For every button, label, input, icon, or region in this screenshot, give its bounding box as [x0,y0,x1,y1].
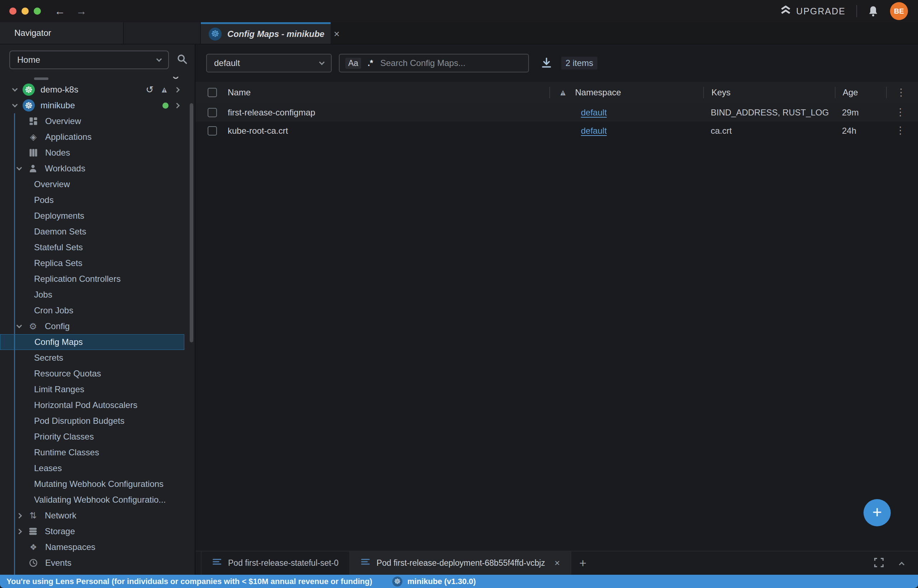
row-checkbox[interactable] [208,126,217,136]
dock-tab-close-icon[interactable]: × [554,557,560,569]
namespace-link[interactable]: default [581,126,607,136]
row-menu-icon[interactable]: ⋮ [895,107,905,118]
table-row-kube-root-ca-crt[interactable]: kube-root-ca.crtdefaultca.crt24h⋮ [196,121,918,140]
minimize-window-button[interactable] [21,8,29,15]
row-checkbox[interactable] [208,108,217,117]
sidebar-item-pod-disruption-budgets[interactable]: Pod Disruption Budgets [0,413,195,429]
sidebar-item-nodes[interactable]: Nodes [0,145,195,161]
sidebar-item-mutating-webhook-configurations[interactable]: Mutating Webhook Configurations [0,476,195,492]
sidebar-item-minikube[interactable]: ☸minikube [0,97,195,113]
chevron-down-icon[interactable] [12,86,18,91]
sidebar-item-label: Limit Ranges [34,384,84,394]
download-icon[interactable] [541,57,552,69]
kubernetes-icon: ☸ [23,84,35,96]
config-icon: ⚙ [27,321,39,332]
sidebar-item-limit-ranges[interactable]: Limit Ranges [0,381,195,397]
sidebar-item-deployments[interactable]: Deployments [0,208,195,224]
search-icon[interactable] [177,54,187,66]
dock-tab-label: Pod first-release-stateful-set-0 [228,558,338,568]
forward-arrow-icon[interactable]: → [76,6,87,16]
chevron-right-icon[interactable] [16,528,22,534]
close-window-button[interactable] [9,8,16,15]
clipped-tree-row [0,75,195,82]
regex-toggle[interactable]: .* [368,58,373,68]
sidebar-item-helm[interactable]: Helm [0,571,195,575]
sidebar-item-storage[interactable]: Storage [0,523,195,539]
sidebar-item-label: Resource Quotas [34,368,101,379]
namespace-select-value: default [214,58,240,68]
upgrade-button[interactable]: UPGRADE [780,5,845,17]
dock-add-tab-button[interactable]: + [571,551,594,575]
row-menu-icon[interactable]: ⋮ [895,125,905,136]
sidebar-item-resource-quotas[interactable]: Resource Quotas [0,366,195,381]
sidebar-item-workloads[interactable]: Workloads [0,161,195,176]
refresh-icon[interactable]: ↺ [145,85,154,94]
zoom-window-button[interactable] [34,8,41,15]
column-header-name[interactable]: Name [228,87,550,98]
sidebar-item-jobs[interactable]: Jobs [0,287,195,303]
sidebar-item-label: Validating Webhook Configuratio... [34,495,166,505]
chevron-right-icon[interactable] [16,513,22,519]
fullscreen-icon[interactable] [874,557,884,569]
sidebar-item-stateful-sets[interactable]: Stateful Sets [0,239,195,255]
warning-icon: ▲! [160,85,168,94]
match-case-toggle[interactable]: Aa [345,58,361,69]
sidebar-item-network[interactable]: ⇅Network [0,508,195,523]
sidebar-item-overview[interactable]: Overview [0,176,195,192]
status-cluster[interactable]: ☸ minikube (v1.30.0) [392,577,476,586]
titlebar: ← → UPGRADE BE [0,0,918,22]
dock-tab-pod-deployment[interactable]: Pod first-release-deployment-68b55f4ffd-… [350,551,571,575]
sidebar-item-validating-webhook-configuratio[interactable]: Validating Webhook Configuratio... [0,492,195,508]
table-body: first-release-configmapdefaultBIND_ADDRE… [196,103,918,140]
column-header-age[interactable]: Age [835,87,886,98]
sidebar-item-config[interactable]: ⚙Config [0,318,195,334]
chevron-down-icon[interactable] [16,165,22,170]
sidebar-item-label: Replica Sets [34,258,82,268]
license-notice: You're using Lens Personal (for individu… [6,577,372,586]
sidebar-item-horizontal-pod-autoscalers[interactable]: Horizontal Pod Autoscalers [0,397,195,413]
sidebar-item-demo-k8s[interactable]: ☸demo-k8s↺▲! [0,82,195,97]
chevron-right-icon[interactable] [174,87,180,92]
add-resource-fab[interactable]: + [863,499,891,526]
sidebar-item-secrets[interactable]: Secrets [0,350,195,366]
sidebar-item-config-maps[interactable]: Config Maps [0,334,184,350]
sidebar-item-label: Pod Disruption Budgets [34,416,124,426]
sidebar-item-cron-jobs[interactable]: Cron Jobs [0,303,195,318]
chevron-right-icon[interactable] [174,103,180,108]
tab-close-icon[interactable]: × [334,29,339,39]
logs-icon [361,558,370,569]
catalog-context-select[interactable]: Home [9,50,169,69]
back-arrow-icon[interactable]: ← [55,6,65,16]
dock-collapse-chevron-icon[interactable] [899,562,905,567]
dock-tab-pod-stateful-set[interactable]: Pod first-release-stateful-set-0 [201,551,350,575]
column-settings-menu[interactable]: ⋮ [886,87,918,98]
sidebar-item-namespaces[interactable]: ❖Namespaces [0,539,195,555]
select-all-checkbox[interactable] [208,88,217,97]
sidebar-scrollbar[interactable] [190,103,193,342]
chevron-down-icon[interactable] [12,102,18,107]
chevron-down-icon[interactable] [16,322,22,328]
sidebar-item-events[interactable]: Events [0,555,195,571]
sidebar-item-overview[interactable]: Overview [0,113,195,129]
column-header-keys[interactable]: Keys [703,87,835,98]
sidebar-item-replica-sets[interactable]: Replica Sets [0,255,195,271]
sidebar-item-applications[interactable]: ◈Applications [0,129,195,145]
namespace-select[interactable]: default [206,54,332,73]
sidebar-item-label: minikube [40,100,75,110]
sidebar-item-leases[interactable]: Leases [0,460,195,476]
sidebar-item-daemon-sets[interactable]: Daemon Sets [0,224,195,239]
sidebar-item-runtime-classes[interactable]: Runtime Classes [0,444,195,460]
user-avatar[interactable]: BE [890,2,908,20]
notifications-bell-icon[interactable] [868,5,879,17]
tab-config-maps-minikube[interactable]: ☸ Config Maps - minikube × [201,22,331,44]
sidebar-item-replication-controllers[interactable]: Replication Controllers [0,271,195,287]
column-header-namespace[interactable]: ▲! Namespace [550,87,703,98]
search-input[interactable] [380,58,522,68]
sidebar-item-label: Mutating Webhook Configurations [34,479,163,489]
sidebar-item-label: Secrets [34,353,63,363]
table-row-first-release-configmap[interactable]: first-release-configmapdefaultBIND_ADDRE… [196,103,918,121]
sidebar-item-pods[interactable]: Pods [0,192,195,208]
namespace-link[interactable]: default [581,108,607,117]
sidebar-item-priority-classes[interactable]: Priority Classes [0,429,195,444]
cluster-version-label: minikube (v1.30.0) [407,577,476,586]
